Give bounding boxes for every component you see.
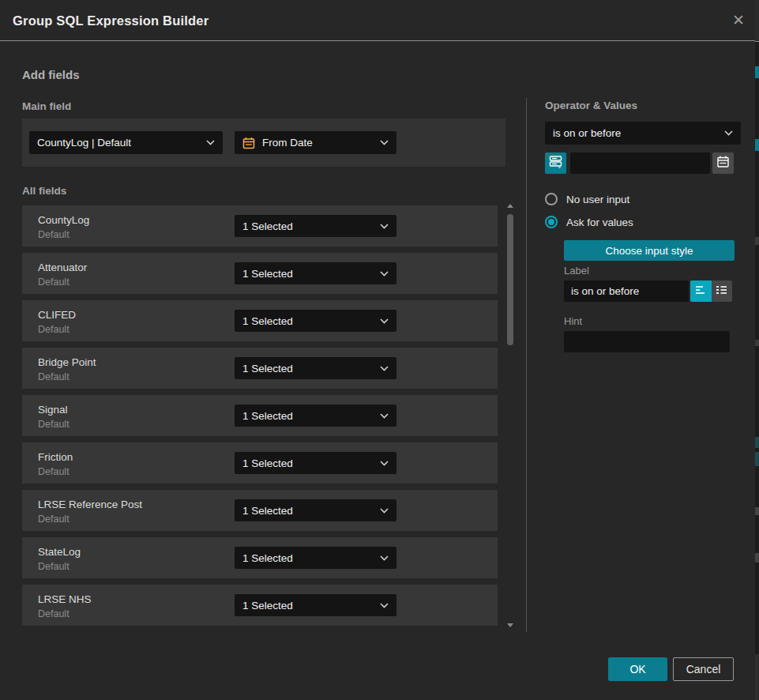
- main-field-heading: Main field: [22, 100, 71, 112]
- radio-icon: [545, 193, 558, 205]
- align-left-icon: [695, 284, 708, 299]
- operator-dropdown-value: is on or before: [553, 127, 621, 139]
- field-name: Friction: [38, 451, 73, 463]
- scroll-up-icon[interactable]: [507, 204, 513, 208]
- field-selected-dropdown[interactable]: 1 Selected: [235, 215, 396, 237]
- field-row: CountyLog Default 1 Selected: [22, 205, 498, 247]
- chevron-down-icon: [380, 413, 389, 419]
- chevron-down-icon: [380, 271, 389, 277]
- field-sublabel: Default: [38, 561, 70, 572]
- list-icon: [716, 284, 728, 299]
- field-selected-value: 1 Selected: [242, 505, 293, 517]
- field-selected-value: 1 Selected: [242, 220, 293, 232]
- all-fields-list: CountyLog Default 1 Selected Attenuator …: [22, 205, 498, 632]
- field-selected-dropdown[interactable]: 1 Selected: [235, 310, 396, 332]
- main-field-layer-dropdown[interactable]: CountyLog | Default: [29, 131, 223, 154]
- field-name: Attenuator: [38, 262, 87, 273]
- field-selected-value: 1 Selected: [242, 457, 293, 469]
- field-name: CountyLog: [38, 214, 89, 226]
- ok-button[interactable]: OK: [608, 657, 667, 681]
- dialog-titlebar: Group SQL Expression Builder ✕: [0, 0, 755, 41]
- field-selected-dropdown[interactable]: 1 Selected: [235, 452, 396, 474]
- group-sql-expression-builder-dialog: Group SQL Expression Builder ✕ Add field…: [0, 0, 755, 700]
- field-row: LRSE Reference Post Default 1 Selected: [22, 490, 498, 531]
- field-row: StateLog Default 1 Selected: [22, 537, 498, 578]
- radio-ask-for-values[interactable]: Ask for values: [545, 216, 633, 228]
- field-name: LRSE Reference Post: [38, 499, 142, 510]
- scroll-down-icon[interactable]: [507, 623, 513, 627]
- text-style-toggle-selected[interactable]: [690, 280, 712, 302]
- radio-no-user-input[interactable]: No user input: [545, 193, 629, 205]
- field-row: Attenuator Default 1 Selected: [22, 253, 498, 294]
- field-selected-dropdown[interactable]: 1 Selected: [235, 405, 396, 427]
- chevron-down-icon: [724, 130, 733, 136]
- date-picker-button[interactable]: [712, 152, 734, 174]
- operator-values-heading: Operator & Values: [545, 100, 637, 111]
- radio-label: Ask for values: [566, 216, 633, 228]
- chevron-down-icon: [380, 508, 389, 514]
- list-scrollbar[interactable]: [505, 202, 516, 629]
- chevron-down-icon: [380, 318, 389, 324]
- field-row: Friction Default 1 Selected: [22, 442, 498, 484]
- field-sublabel: Default: [38, 371, 70, 382]
- radio-icon: [545, 216, 558, 228]
- field-selected-value: 1 Selected: [242, 552, 293, 564]
- stacked-values-icon: [549, 155, 562, 171]
- field-selected-dropdown[interactable]: 1 Selected: [235, 262, 396, 284]
- field-name: StateLog: [38, 546, 81, 558]
- radio-label: No user input: [566, 194, 629, 205]
- field-selected-dropdown[interactable]: 1 Selected: [235, 357, 396, 379]
- field-name: Bridge Point: [38, 356, 96, 368]
- panel-divider: [526, 98, 527, 632]
- choose-input-style-button[interactable]: Choose input style: [564, 240, 735, 261]
- field-sublabel: Default: [38, 608, 70, 619]
- value-source-button[interactable]: [545, 152, 566, 174]
- field-selected-value: 1 Selected: [242, 410, 293, 422]
- all-fields-heading: All fields: [22, 185, 66, 197]
- field-row: Signal Default 1 Selected: [22, 395, 498, 436]
- field-selected-dropdown[interactable]: 1 Selected: [235, 499, 396, 521]
- field-sublabel: Default: [38, 514, 70, 525]
- field-sublabel: Default: [38, 229, 70, 240]
- main-field-field-dropdown-value: From Date: [262, 137, 313, 149]
- chevron-down-icon: [380, 366, 389, 371]
- label-caption: Label: [564, 265, 589, 277]
- field-row: LRSE NHS Default 1 Selected: [22, 585, 498, 626]
- operator-dropdown[interactable]: is on or before: [545, 122, 741, 145]
- chevron-down-icon: [380, 603, 389, 608]
- background-app-edge: [755, 0, 759, 700]
- field-selected-dropdown[interactable]: 1 Selected: [235, 547, 396, 569]
- field-row: Bridge Point Default 1 Selected: [22, 348, 498, 389]
- hint-input[interactable]: [564, 331, 730, 352]
- field-name: Signal: [38, 404, 68, 416]
- value-input[interactable]: [570, 152, 710, 174]
- chevron-down-icon: [206, 140, 215, 145]
- field-selected-value: 1 Selected: [242, 363, 293, 374]
- add-fields-heading: Add fields: [22, 68, 80, 81]
- field-sublabel: Default: [38, 277, 70, 288]
- field-selected-value: 1 Selected: [242, 315, 293, 327]
- main-field-layer-dropdown-value: CountyLog | Default: [37, 137, 131, 149]
- scrollbar-thumb[interactable]: [507, 214, 513, 345]
- chevron-down-icon: [380, 224, 389, 229]
- label-input[interactable]: [564, 280, 689, 302]
- chevron-down-icon: [380, 555, 389, 561]
- main-field-field-dropdown[interactable]: From Date: [235, 131, 396, 154]
- chevron-down-icon: [380, 140, 389, 145]
- calendar-icon: [242, 137, 255, 149]
- close-icon[interactable]: ✕: [730, 12, 747, 29]
- dialog-title: Group SQL Expression Builder: [13, 0, 209, 41]
- main-field-container: CountyLog | Default From Date: [22, 119, 505, 167]
- calendar-icon: [716, 155, 730, 171]
- field-sublabel: Default: [38, 466, 70, 477]
- field-selected-value: 1 Selected: [242, 600, 293, 612]
- field-sublabel: Default: [38, 324, 70, 335]
- field-selected-dropdown[interactable]: 1 Selected: [235, 594, 396, 616]
- hint-caption: Hint: [564, 315, 582, 327]
- field-name: CLIFED: [38, 309, 76, 321]
- field-selected-value: 1 Selected: [242, 268, 293, 280]
- cancel-button[interactable]: Cancel: [673, 657, 734, 681]
- field-name: LRSE NHS: [38, 593, 92, 605]
- chevron-down-icon: [380, 461, 389, 466]
- list-style-toggle[interactable]: [712, 280, 732, 302]
